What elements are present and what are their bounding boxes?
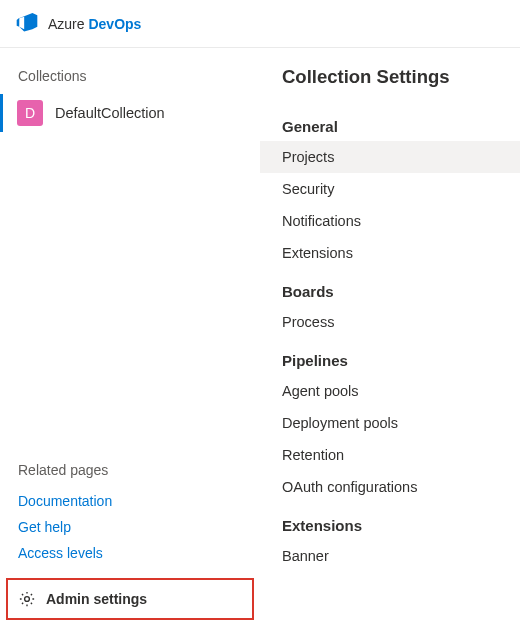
left-sidebar: Collections D DefaultCollection Related … xyxy=(0,48,260,626)
related-link-access-levels[interactable]: Access levels xyxy=(0,540,260,566)
collection-avatar: D xyxy=(17,100,43,126)
top-header: Azure DevOps xyxy=(0,0,520,48)
brand-home-link[interactable]: Azure DevOps xyxy=(16,11,141,36)
group-heading-general: General xyxy=(260,104,520,141)
nav-item-extensions[interactable]: Extensions xyxy=(260,237,520,269)
gear-icon xyxy=(18,590,36,608)
related-pages-heading: Related pages xyxy=(0,462,260,488)
nav-item-oauth-configurations[interactable]: OAuth configurations xyxy=(260,471,520,503)
nav-item-projects[interactable]: Projects xyxy=(260,141,520,173)
nav-item-agent-pools[interactable]: Agent pools xyxy=(260,375,520,407)
collections-heading: Collections xyxy=(0,48,260,94)
admin-settings-button[interactable]: Admin settings xyxy=(6,578,254,620)
settings-title: Collection Settings xyxy=(260,66,520,104)
collection-name-label: DefaultCollection xyxy=(55,105,165,121)
nav-item-security[interactable]: Security xyxy=(260,173,520,205)
nav-item-deployment-pools[interactable]: Deployment pools xyxy=(260,407,520,439)
group-heading-extensions: Extensions xyxy=(260,503,520,540)
admin-settings-label: Admin settings xyxy=(46,591,147,607)
svg-point-0 xyxy=(25,597,30,602)
related-link-documentation[interactable]: Documentation xyxy=(0,488,260,514)
group-heading-boards: Boards xyxy=(260,269,520,306)
group-heading-pipelines: Pipelines xyxy=(260,338,520,375)
brand-label: Azure DevOps xyxy=(48,16,141,32)
nav-item-process[interactable]: Process xyxy=(260,306,520,338)
nav-item-retention[interactable]: Retention xyxy=(260,439,520,471)
azure-devops-logo-icon xyxy=(16,11,38,36)
nav-item-banner[interactable]: Banner xyxy=(260,540,520,572)
nav-item-notifications[interactable]: Notifications xyxy=(260,205,520,237)
related-link-get-help[interactable]: Get help xyxy=(0,514,260,540)
collection-item-default[interactable]: D DefaultCollection xyxy=(0,94,260,132)
settings-panel: Collection Settings General Projects Sec… xyxy=(260,48,520,626)
